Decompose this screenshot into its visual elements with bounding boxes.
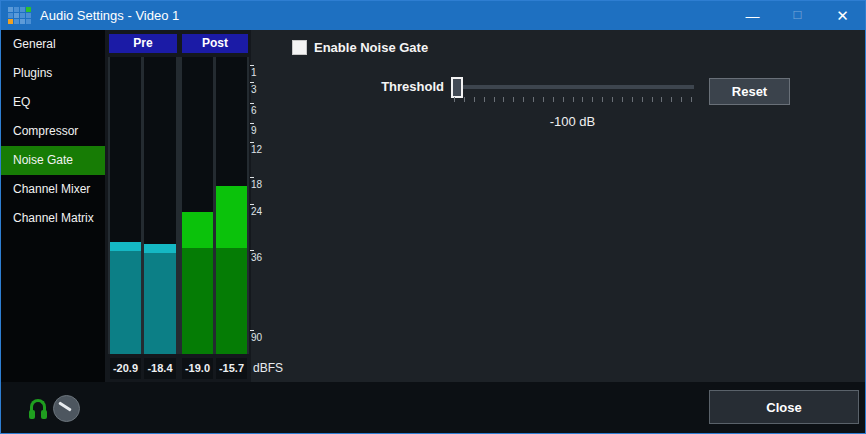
meter-reading: -20.9 [110,358,141,379]
scale-tick-label: 90 [251,332,262,343]
scale-tick-mark [250,142,254,143]
slider-tick [592,97,593,102]
threshold-slider-thumb[interactable] [451,77,463,98]
slider-tick [543,97,544,102]
meter-bar-pre-2 [144,57,176,354]
meter-unit-label: dBFS [253,358,283,379]
slider-tick [484,97,485,102]
scale-tick-label: 9 [251,125,257,136]
minimize-button[interactable]: — [730,1,775,30]
threshold-label: Threshold [344,79,444,94]
scale-tick-mark [250,177,254,178]
meter-bar-segment [110,251,141,354]
maximize-button: ☐ [775,1,820,30]
scale-tick-mark [250,82,254,83]
scale-tick-mark [250,65,254,66]
meter-bar-post-1 [182,57,213,354]
sidebar-item-channel-matrix[interactable]: Channel Matrix [1,204,105,233]
title-bar[interactable]: Audio Settings - Video 1 — ☐ ✕ [1,1,865,30]
scale-tick-mark [250,250,254,251]
audio-settings-window: Audio Settings - Video 1 — ☐ ✕ GeneralPl… [0,0,866,434]
logo-square [26,19,31,24]
enable-noise-gate-checkbox[interactable] [292,40,307,55]
meter-bar-segment [144,244,176,253]
meter-bar-segment [110,242,141,251]
slider-tick [494,97,495,102]
scale-tick-9: 9 [250,123,284,137]
scale-tick-label: 1 [251,67,257,78]
logo-square [26,13,31,18]
slider-tick [632,97,633,102]
logo-square [8,19,13,24]
reset-button[interactable]: Reset [709,78,790,105]
window-controls: — ☐ ✕ [730,1,865,30]
scale-tick-label: 36 [251,252,262,263]
scale-tick-label: 12 [251,144,262,155]
meter-bar-segment [182,212,213,248]
slider-tick [553,97,554,102]
logo-square [20,19,25,24]
window-title: Audio Settings - Video 1 [40,8,179,23]
scale-tick-mark [250,123,254,124]
slider-tick [671,97,672,102]
slider-tick [533,97,534,102]
sidebar-item-general[interactable]: General [1,30,105,59]
slider-tick [661,97,662,102]
logo-square [14,19,19,24]
meter-reading: -19.0 [182,358,213,379]
threshold-value: -100 dB [451,114,694,129]
enable-noise-gate-label: Enable Noise Gate [314,40,428,55]
sidebar-item-plugins[interactable]: Plugins [1,59,105,88]
slider-tick [464,97,465,102]
logo-square [26,7,31,12]
volume-knob-pointer [58,401,71,411]
scale-tick-18: 18 [250,177,284,191]
logo-square [20,7,25,12]
meter-db-scale: 13691218243690 [250,30,284,360]
meter-bar-segment [182,248,213,354]
headphones-cup-right [41,410,47,419]
slider-tick [622,97,623,102]
slider-tick [454,97,455,102]
slider-tick [691,97,692,102]
scale-tick-mark [250,204,254,205]
scale-tick-label: 6 [251,105,257,116]
slider-tick [681,97,682,102]
meter-bar-post-2 [216,57,247,354]
scale-tick-label: 24 [251,206,262,217]
meter-reading: -18.4 [144,358,176,379]
logo-square [20,13,25,18]
sidebar-item-compressor[interactable]: Compressor [1,117,105,146]
volume-knob[interactable] [53,395,80,422]
audio-level-meters [108,57,249,354]
headphones-cup-left [29,410,35,419]
meter-bar-segment [216,248,247,354]
scale-tick-36: 36 [250,250,284,264]
scale-tick-12: 12 [250,142,284,156]
headphones-icon[interactable] [29,399,47,419]
scale-tick-label: 18 [251,179,262,190]
slider-tick [652,97,653,102]
scale-tick-1: 1 [250,65,284,79]
settings-sidebar: GeneralPluginsEQCompressorNoise GateChan… [1,30,105,382]
slider-tick [474,97,475,102]
sidebar-item-channel-mixer[interactable]: Channel Mixer [1,175,105,204]
scale-tick-3: 3 [250,82,284,96]
slider-tick [573,97,574,102]
sidebar-item-eq[interactable]: EQ [1,88,105,117]
slider-tick [602,97,603,102]
meter-group-pre: Pre [109,34,177,53]
close-button[interactable]: Close [709,390,859,424]
scale-tick-90: 90 [250,330,284,344]
slider-tick [513,97,514,102]
slider-tick [523,97,524,102]
sidebar-item-noise-gate[interactable]: Noise Gate [1,146,105,175]
close-window-button[interactable]: ✕ [820,1,865,30]
meter-bar-pre-1 [110,57,141,354]
threshold-slider-track[interactable] [451,85,694,89]
logo-square [8,13,13,18]
app-logo-icon [8,7,31,24]
threshold-slider-ticks [454,97,692,103]
scale-tick-label: 3 [251,84,257,95]
slider-tick [612,97,613,102]
